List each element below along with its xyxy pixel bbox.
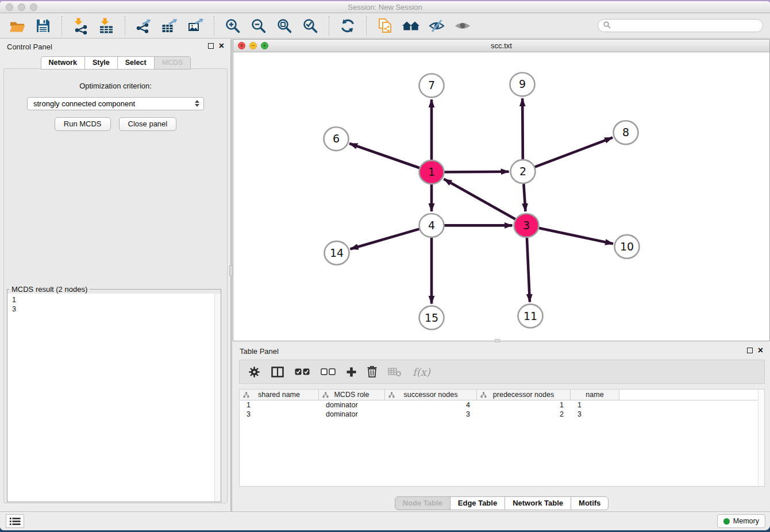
- show-all-eye-icon[interactable]: [452, 16, 473, 36]
- cell[interactable]: 1: [571, 400, 619, 410]
- function-builder-icon-disabled: f(x): [413, 366, 430, 378]
- network-window-controls: ×−+: [238, 42, 268, 49]
- deselect-all-rows-icon[interactable]: [321, 368, 336, 375]
- open-session-folder-icon[interactable]: [7, 16, 28, 36]
- export-table-icon[interactable]: [159, 16, 180, 36]
- save-session-icon[interactable]: [33, 16, 53, 36]
- close-table-panel-icon[interactable]: ×: [758, 347, 763, 353]
- float-panel-icon[interactable]: [208, 43, 214, 49]
- import-table-icon[interactable]: [96, 16, 117, 36]
- edge-3-10[interactable]: [538, 228, 613, 244]
- search-icon: [603, 21, 611, 31]
- cell[interactable]: 4: [385, 400, 477, 410]
- first-neighbors-icon[interactable]: [401, 16, 421, 36]
- column-header-successor-nodes[interactable]: successor nodes: [385, 390, 477, 400]
- search-box[interactable]: [598, 19, 763, 32]
- tab-network-table[interactable]: Network Table: [505, 496, 571, 510]
- delete-column-trash-icon[interactable]: [367, 366, 377, 377]
- column-label: MCDS role: [334, 391, 369, 399]
- table-toolbar: f(x): [239, 360, 765, 384]
- network-view-window: ×−+ scc.txt 7968124314101511: [233, 39, 770, 341]
- edge-2-3[interactable]: [523, 184, 525, 211]
- network-canvas[interactable]: 7968124314101511: [233, 52, 769, 341]
- search-input[interactable]: [614, 21, 757, 30]
- cell[interactable]: 3: [571, 410, 619, 419]
- run-mcds-button[interactable]: Run MCDS: [55, 117, 111, 131]
- edge-1-2[interactable]: [444, 172, 509, 172]
- zoom-window-button[interactable]: [30, 3, 37, 11]
- tab-select[interactable]: Select: [117, 56, 155, 70]
- control-panel-tabs: NetworkStyleSelectMCDS: [0, 56, 231, 70]
- memory-button[interactable]: Memory: [717, 514, 765, 528]
- zoom-selected-icon[interactable]: [300, 16, 321, 36]
- column-label: shared name: [258, 391, 300, 399]
- export-network-icon[interactable]: [133, 16, 154, 36]
- refresh-layout-icon[interactable]: [337, 16, 358, 36]
- export-image-icon[interactable]: [185, 16, 206, 36]
- table-row[interactable]: 3dominator323: [240, 410, 764, 419]
- delete-table-icon-disabled: [388, 367, 402, 377]
- column-header-mcds-role[interactable]: MCDS role: [319, 390, 385, 400]
- memory-status-icon: [723, 518, 730, 525]
- tab-edge-table[interactable]: Edge Table: [450, 496, 505, 510]
- table-panel-title: Table Panel: [240, 347, 279, 356]
- tab-motifs[interactable]: Motifs: [571, 496, 609, 510]
- column-header-predecessor-nodes[interactable]: predecessor nodes: [477, 390, 571, 400]
- vertical-splitter[interactable]: [230, 39, 232, 511]
- node-label-9: 9: [519, 78, 526, 90]
- table-settings-gear-icon[interactable]: [248, 366, 260, 378]
- cell[interactable]: dominator: [319, 400, 385, 410]
- cell[interactable]: 1: [240, 400, 319, 410]
- show-columns-icon[interactable]: [271, 367, 284, 377]
- task-history-button[interactable]: [6, 514, 24, 528]
- mcds-result-title: MCDS result (2 nodes): [9, 285, 90, 294]
- result-scrollbar[interactable]: [214, 294, 221, 502]
- network-window-zoom-button[interactable]: +: [261, 42, 268, 49]
- zoom-fit-icon[interactable]: [274, 16, 295, 36]
- cell[interactable]: 2: [477, 410, 571, 419]
- cell[interactable]: dominator: [319, 410, 385, 419]
- column-header-name[interactable]: name: [571, 390, 619, 400]
- clone-network-icon[interactable]: [375, 16, 395, 36]
- float-table-panel-icon[interactable]: [747, 348, 753, 353]
- table-tabs: Node TableEdge TableNetwork TableMotifs: [233, 496, 770, 510]
- zoom-out-icon[interactable]: [248, 16, 269, 36]
- criterion-select[interactable]: strongly connected component: [27, 97, 204, 110]
- mcds-result-group: MCDS result (2 nodes) 13: [7, 285, 221, 502]
- edge-1-6[interactable]: [349, 144, 420, 168]
- close-panel-button[interactable]: Close panel: [119, 117, 177, 131]
- zoom-in-icon[interactable]: [222, 16, 243, 36]
- hide-selected-eye-icon[interactable]: [426, 16, 447, 36]
- edge-2-9[interactable]: [522, 98, 523, 159]
- edge-4-14[interactable]: [351, 229, 420, 249]
- minimize-window-button[interactable]: [18, 3, 25, 11]
- edge-3-11[interactable]: [527, 238, 530, 302]
- tab-node-table[interactable]: Node Table: [395, 496, 451, 510]
- node-label-10: 10: [620, 240, 634, 253]
- import-network-icon[interactable]: [70, 16, 91, 36]
- edge-2-8[interactable]: [534, 137, 613, 167]
- close-panel-icon[interactable]: ×: [219, 43, 224, 49]
- horizontal-splitter-grip[interactable]: [495, 339, 500, 342]
- select-all-rows-icon[interactable]: [295, 368, 310, 375]
- network-graph: 7968124314101511: [233, 52, 769, 341]
- mcds-result-text[interactable]: 13: [7, 294, 221, 502]
- table-scrollbar[interactable]: [758, 390, 764, 486]
- cell[interactable]: 3: [385, 410, 477, 419]
- edge-3-1[interactable]: [444, 179, 515, 219]
- cell[interactable]: 1: [477, 400, 571, 410]
- node-label-4: 4: [428, 219, 435, 232]
- tab-mcds[interactable]: MCDS: [154, 56, 191, 70]
- column-header-shared-name[interactable]: shared name: [240, 390, 319, 400]
- network-window-minimize-button[interactable]: −: [249, 42, 257, 49]
- network-window-close-button[interactable]: ×: [238, 42, 245, 49]
- close-window-button[interactable]: [6, 3, 13, 11]
- create-column-plus-icon[interactable]: [346, 367, 356, 377]
- cell[interactable]: 3: [240, 410, 319, 419]
- table-row[interactable]: 1dominator411: [240, 400, 764, 410]
- tab-network[interactable]: Network: [41, 56, 85, 70]
- node-label-6: 6: [333, 132, 340, 145]
- tab-style[interactable]: Style: [84, 56, 118, 70]
- select-stepper-icon: [195, 100, 199, 107]
- window-title: Session: New Session: [0, 1, 770, 13]
